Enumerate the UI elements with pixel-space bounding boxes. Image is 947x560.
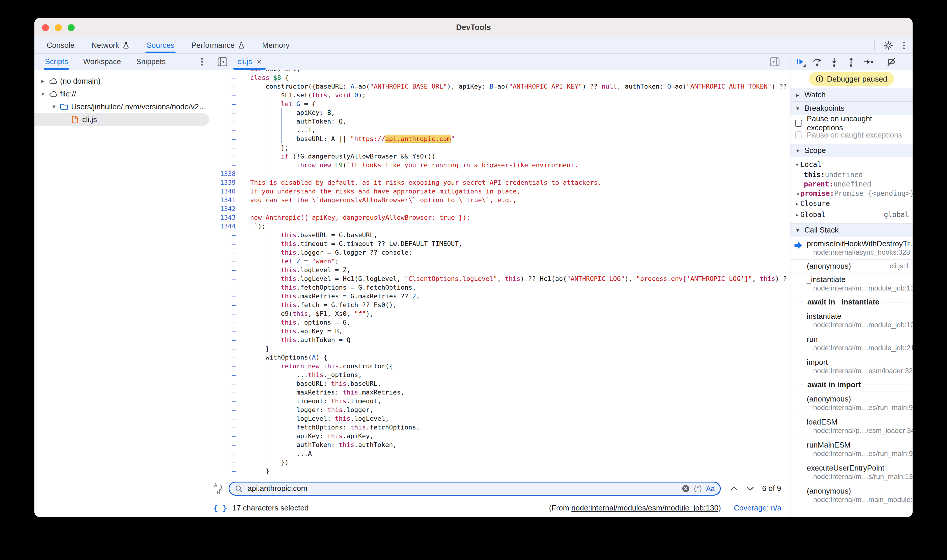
wrapped-line-marker[interactable]: – [209, 371, 250, 379]
pretty-print-icon[interactable]: { } [213, 504, 227, 512]
scope-variable-this[interactable]: this: undefined [790, 170, 913, 180]
step-out-button[interactable] [846, 57, 856, 67]
scope-group-global[interactable]: ▸Globalglobal [790, 209, 913, 220]
call-stack-frame[interactable]: loadESMnode:internal/p…/esm_loader:34 [790, 415, 913, 438]
wrapped-line-marker[interactable]: – [209, 161, 250, 169]
code-line[interactable]: –...I, [209, 126, 790, 135]
settings-gear-icon[interactable] [884, 40, 893, 51]
code-line[interactable]: var Xs0, $F1; [209, 70, 790, 74]
panel-tab-network[interactable]: Network [91, 37, 130, 53]
chevron-right-icon[interactable]: ▸ [39, 77, 47, 85]
source-code-viewer[interactable]: var Xs0, $F1;–class $8 {–constructor({ba… [209, 70, 790, 478]
call-stack-frame[interactable]: runnode:internal/m…module_job:214 [790, 332, 913, 355]
code-line[interactable]: –this.timeout = G.timeout ?? Lw.DEFAULT_… [209, 240, 790, 248]
navigator-tab-workspace[interactable]: Workspace [83, 54, 121, 70]
code-line[interactable]: –this.fetchOptions = G.fetchOptions, [209, 283, 790, 292]
section-watch[interactable]: ▸ Watch [790, 88, 913, 102]
call-stack-frame[interactable]: (anonymous)node:internal/m…es/run_main:9… [790, 392, 913, 415]
code-line[interactable]: –apiKey: B, [209, 108, 790, 117]
code-line[interactable]: –logger: this.logger, [209, 406, 790, 414]
tree-item-file-[interactable]: ▾file:// [34, 88, 209, 100]
scope-group-local[interactable]: ▾Local [790, 159, 913, 170]
chevron-down-icon[interactable]: ▾ [39, 90, 47, 97]
code-line[interactable]: –class $8 { [209, 74, 790, 82]
tree-item-users-jinhuilee-nvm-versions-node-v2-[interactable]: ▾Users/jinhuilee/.nvm/versions/node/v2… [34, 100, 209, 113]
wrapped-line-marker[interactable]: – [209, 292, 250, 301]
tab-cli-js[interactable]: cli.js × [231, 54, 267, 70]
step-into-button[interactable] [829, 57, 839, 67]
wrapped-line-marker[interactable]: – [209, 353, 250, 362]
wrapped-line-marker[interactable]: – [209, 257, 250, 266]
chevron-down-icon[interactable]: ▾ [49, 103, 58, 110]
close-window-button[interactable] [42, 24, 49, 31]
code-line[interactable]: –let Z = "warn"; [209, 257, 790, 266]
call-stack-frame[interactable]: (anonymous)cli.js:1 [790, 259, 913, 272]
tree-item--no-domain-[interactable]: ▸(no domain) [34, 75, 209, 88]
scope-variable-promise[interactable]: ▸promise: Promise {<pending>} [790, 189, 913, 198]
code-line[interactable]: –authToken: Q, [209, 117, 790, 126]
tree-item-cli-js[interactable]: cli.js [34, 113, 209, 126]
wrapped-line-marker[interactable]: – [209, 100, 250, 108]
line-number[interactable]: 1338 [209, 169, 250, 178]
wrapped-line-marker[interactable]: – [209, 318, 250, 327]
replace-toggle-icon[interactable]: AB [213, 483, 224, 495]
call-stack-frame[interactable]: (anonymous)node:internal/m…main_module:2 [790, 484, 913, 507]
panel-tab-sources[interactable]: Sources [147, 37, 174, 53]
code-line[interactable]: –throw new L9(`It looks like you're runn… [209, 161, 790, 169]
line-number[interactable]: 1341 [209, 196, 250, 205]
wrapped-line-marker[interactable]: – [209, 91, 250, 100]
wrapped-line-marker[interactable]: – [209, 414, 250, 423]
code-line[interactable]: –maxRetries: this.maxRetries, [209, 388, 790, 397]
call-stack-frame[interactable]: executeUserEntryPointnode:internal/m…s/r… [790, 461, 913, 484]
wrapped-line-marker[interactable]: – [209, 274, 250, 283]
match-case-toggle[interactable]: Aa [706, 485, 715, 493]
minimize-window-button[interactable] [55, 24, 62, 31]
code-line[interactable]: –return new this.constructor({ [209, 362, 790, 371]
wrapped-line-marker[interactable]: – [209, 301, 250, 309]
wrapped-line-marker[interactable]: – [209, 117, 250, 126]
wrapped-line-marker[interactable]: – [209, 82, 250, 91]
wrapped-line-marker[interactable]: – [209, 231, 250, 240]
code-line[interactable]: –logLevel: this.logLevel, [209, 414, 790, 423]
code-line[interactable]: 1342 [209, 205, 790, 213]
wrapped-line-marker[interactable]: – [209, 266, 250, 274]
panel-tab-console[interactable]: Console [47, 37, 74, 53]
code-line[interactable]: –withOptions(A) { [209, 353, 790, 362]
call-stack-frame[interactable]: runMainESMnode:internal/m…es/run_main:98 [790, 438, 913, 461]
code-line[interactable]: 1341you can set the \`dangerouslyAllowBr… [209, 196, 790, 205]
next-match-button[interactable] [746, 485, 754, 492]
line-number[interactable]: 1342 [209, 205, 250, 213]
line-number[interactable]: 1340 [209, 187, 250, 196]
source-origin-link[interactable]: node:internal/modules/esm/module_job:130 [571, 503, 719, 512]
code-line[interactable]: 1343new Anthropic({ apiKey, dangerouslyA… [209, 213, 790, 222]
code-line[interactable]: –this.logLevel = Hc1(G.logLevel, "Client… [209, 274, 790, 283]
code-line[interactable]: –timeout: this.timeout, [209, 397, 790, 406]
code-line[interactable]: –fetchOptions: this.fetchOptions, [209, 423, 790, 432]
collapse-sidebar-icon[interactable] [217, 57, 227, 67]
zoom-window-button[interactable] [68, 24, 75, 31]
regex-toggle[interactable]: (*) [694, 485, 702, 492]
wrapped-line-marker[interactable]: – [209, 108, 250, 117]
call-stack-frame[interactable]: importnode:internal/m…esm/loader:329 [790, 355, 913, 378]
wrapped-line-marker[interactable]: – [209, 362, 250, 371]
code-line[interactable]: –} [209, 467, 790, 475]
previous-match-button[interactable] [730, 485, 738, 492]
line-number[interactable]: 1344 [209, 222, 250, 231]
navigator-more-kebab-icon[interactable] [200, 54, 204, 70]
wrapped-line-marker[interactable]: – [209, 406, 250, 414]
call-stack-frame[interactable]: promiseInitHookWithDestroyTr…node:intern… [790, 237, 913, 259]
code-line[interactable]: –apiKey: this.apiKey, [209, 432, 790, 440]
code-line[interactable]: 1339This is disabled by default, as it r… [209, 178, 790, 187]
code-line[interactable]: –this.maxRetries = G.maxRetries ?? 2, [209, 292, 790, 301]
code-line[interactable]: 1340If you understand the risks and have… [209, 187, 790, 196]
code-line[interactable]: –let G = { [209, 100, 790, 108]
code-line[interactable]: –this.logLevel = Z, [209, 266, 790, 274]
code-line[interactable]: –constructor({baseURL: A=ao("ANTHROPIC_B… [209, 82, 790, 91]
scope-group-closure[interactable]: ▸Closure [790, 198, 913, 209]
wrapped-line-marker[interactable]: – [209, 449, 250, 458]
resume-button[interactable] [795, 57, 805, 67]
code-line[interactable]: –baseURL: A || "https://api.anthropic.co… [209, 135, 790, 143]
panel-tab-memory[interactable]: Memory [262, 37, 290, 53]
wrapped-line-marker[interactable]: – [209, 240, 250, 248]
code-line[interactable]: –}) [209, 458, 790, 467]
